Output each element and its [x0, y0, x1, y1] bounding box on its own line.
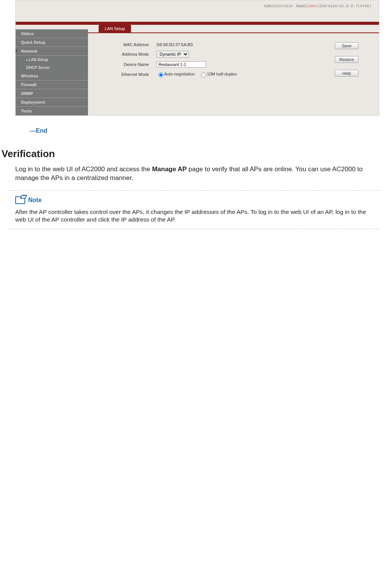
tab-label: LAN Setup [105, 26, 125, 31]
sidebar-item-label: Tools [21, 109, 32, 113]
tab-underline [88, 32, 379, 33]
sidebar-subitem-lan-setup[interactable]: LAN Setup [16, 56, 88, 64]
sidebar-item-status[interactable]: Status [16, 29, 88, 38]
sidebar-item-deployment[interactable]: Deployment [16, 98, 88, 107]
save-button[interactable]: Save [335, 42, 358, 49]
button-label: Help [342, 71, 351, 76]
note-text: After the AP controller takes control ov… [15, 208, 372, 223]
input-device-name[interactable] [157, 61, 206, 67]
radio-label-10m: 10M half-duplex [207, 72, 237, 76]
sidebar-subitem-dhcp-server[interactable]: DHCP Server [16, 64, 88, 72]
sidebar-item-label: Quick Setup [21, 40, 45, 45]
admin-username: admin [307, 4, 319, 8]
label-device-name: Device Name [111, 62, 149, 67]
sidebar-item-network[interactable]: Network [16, 47, 88, 56]
sidebar-subitem-label: DHCP Server [26, 66, 50, 70]
sidebar-item-label: Firewall [21, 82, 37, 87]
main-content: LAN Setup MAC Address D8:38:0D:37:5A:B0 … [88, 25, 379, 116]
label-ethernet-mode: Ethernet Mode [111, 72, 149, 77]
verification-paragraph: Log in to the web UI of AC2000 and acces… [15, 165, 372, 183]
label-mac-address: MAC Address [111, 42, 149, 47]
verification-text-bold: Manage AP [152, 165, 187, 173]
admin-prefix: Administrator Name[ [264, 4, 307, 8]
label-address-mode: Address Mode [111, 52, 149, 56]
value-mac-address: D8:38:0D:37:5A:B0 [157, 42, 193, 47]
sidebar-item-label: SNMP [21, 91, 33, 96]
sidebar-nav: Status Quick Setup Network LAN Setup DHC… [16, 25, 88, 116]
end-marker: ---End [30, 127, 387, 134]
sidebar-item-firewall[interactable]: Firewall [16, 80, 88, 89]
select-address-mode[interactable]: Dynamic IP [157, 51, 189, 58]
router-ui-screenshot: Administrator Name[admin]Version:V1.0.0.… [15, 0, 379, 116]
restore-button[interactable]: Restore [335, 56, 358, 63]
note-icon [15, 194, 28, 206]
note-label: Note [28, 197, 42, 204]
sidebar-item-tools[interactable]: Tools [16, 107, 88, 116]
help-button[interactable]: Help [335, 70, 358, 77]
radio-10m-half-duplex[interactable] [201, 72, 206, 77]
sidebar-item-wireless[interactable]: Wireless [16, 72, 88, 80]
row-address-mode: Address Mode Dynamic IP [111, 51, 335, 58]
chevron-right-icon [16, 49, 17, 52]
verification-text-a: Log in to the web UI of AC2000 and acces… [15, 165, 152, 173]
note-block: Note After the AP controller takes contr… [8, 190, 379, 229]
admin-version-bar: Administrator Name[admin]Version:V1.0.0.… [16, 0, 379, 22]
radio-label-auto: Auto-negotiation [164, 72, 195, 76]
button-label: Save [342, 43, 351, 48]
button-label: Restore [339, 57, 354, 62]
sidebar-item-snmp[interactable]: SNMP [16, 89, 88, 98]
sidebar-item-label: Wireless [21, 74, 38, 78]
sidebar-item-quick-setup[interactable]: Quick Setup [16, 38, 88, 47]
admin-version: ]Version:V1.0.0.7(4748) [319, 4, 371, 8]
sidebar-subitem-label: LAN Setup [29, 58, 48, 62]
row-device-name: Device Name [111, 61, 335, 67]
heading-verification: Verification [2, 148, 387, 160]
sidebar-item-label: Status [21, 31, 34, 36]
header-accent-strip [16, 22, 379, 25]
tab-lan-setup[interactable]: LAN Setup [99, 25, 131, 32]
sidebar-item-label: Deployment [21, 100, 45, 104]
row-mac-address: MAC Address D8:38:0D:37:5A:B0 [111, 42, 335, 47]
radio-auto-negotiation[interactable] [158, 72, 163, 77]
sidebar-item-label: Network [21, 49, 37, 53]
row-ethernet-mode: Ethernet Mode Auto-negotiation 10M half-… [111, 71, 335, 77]
